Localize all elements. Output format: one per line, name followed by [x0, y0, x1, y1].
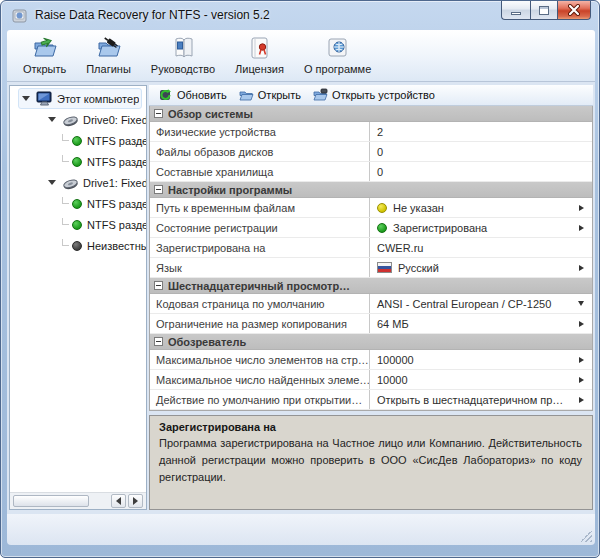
expand-arrow-icon[interactable]: [579, 397, 584, 403]
refresh-button[interactable]: Обновить: [153, 87, 234, 103]
horizontal-scrollbar[interactable]: [10, 492, 146, 509]
property-value[interactable]: 64 МБ: [370, 314, 592, 333]
collapse-icon[interactable]: [154, 109, 163, 118]
expand-arrow-icon[interactable]: [579, 225, 584, 231]
property-name: Кодовая страница по умолчанию: [150, 294, 370, 313]
green-status-dot: [377, 223, 387, 233]
green-status-dot: [72, 220, 82, 230]
close-button[interactable]: [558, 1, 591, 20]
section-header-system-overview[interactable]: Обзор системы: [150, 106, 592, 122]
property-row[interactable]: Ограничение на размер копирования 64 МБ: [150, 314, 592, 334]
property-row[interactable]: Путь к временным файлам Не указан: [150, 198, 592, 218]
device-tree: Этот компьютер Drive0: Fixed AT: [10, 88, 146, 256]
section-header-program-settings[interactable]: Настройки программы: [150, 182, 592, 198]
property-row[interactable]: Максимальное число элементов на стр… 100…: [150, 350, 592, 370]
tree-item-ntfs-partition[interactable]: NTFS раздел: [10, 214, 146, 235]
tree-item-label: Drive0: Fixed AT: [83, 114, 146, 126]
section-header-explorer[interactable]: Обозреватель: [150, 334, 592, 350]
expand-arrow-icon[interactable]: [579, 357, 584, 363]
property-row[interactable]: Действие по умолчанию при открытии… Откр…: [150, 390, 592, 410]
section-title: Обозреватель: [168, 336, 246, 348]
disk-icon: [62, 112, 79, 128]
property-row[interactable]: Физические устройства 2: [150, 122, 592, 142]
open-device-button[interactable]: Открыть устройство: [308, 87, 442, 103]
property-value[interactable]: 0: [370, 142, 592, 161]
open-button[interactable]: Открыть: [13, 32, 76, 80]
expand-arrow-icon[interactable]: [579, 205, 584, 211]
expander-icon[interactable]: [48, 180, 56, 185]
property-value[interactable]: Не указан: [370, 198, 592, 217]
property-row[interactable]: Язык Русский: [150, 258, 592, 278]
open-folder-icon: [239, 88, 254, 102]
tree-item-label: NTFS раздел: [87, 135, 146, 147]
property-value[interactable]: Русский: [370, 258, 592, 277]
property-name: Язык: [150, 258, 370, 277]
property-row[interactable]: Кодовая страница по умолчанию ANSI - Cen…: [150, 294, 592, 314]
property-name: Составные хранилища: [150, 162, 370, 181]
scroll-left-button[interactable]: [111, 494, 126, 508]
section-header-hex-viewer[interactable]: Шестнадцатеричный просмотр…: [150, 278, 592, 294]
manual-button[interactable]: Руководство: [141, 32, 225, 80]
status-bar: [7, 514, 595, 545]
computer-icon: [36, 91, 53, 107]
plugins-button[interactable]: Плагины: [76, 32, 141, 80]
toolbar-label: Руководство: [151, 63, 215, 75]
property-row[interactable]: Состояние регистрации Зарегистрирована: [150, 218, 592, 238]
license-button[interactable]: Лицензия: [225, 32, 294, 80]
scrollbar-thumb[interactable]: [13, 495, 89, 507]
about-book-icon: [325, 35, 351, 61]
branch-line: [62, 197, 69, 204]
branch-line: [62, 218, 69, 225]
property-value[interactable]: Открыть в шестнадцатеричном пр…: [370, 390, 592, 409]
property-name: Состояние регистрации: [150, 218, 370, 237]
property-row[interactable]: Файлы образов дисков 0: [150, 142, 592, 162]
maximize-button[interactable]: [530, 1, 558, 20]
subtoolbar-label: Открыть: [258, 89, 301, 101]
gray-status-dot: [72, 241, 82, 251]
property-value[interactable]: 10000: [370, 370, 592, 389]
scroll-left-icon: [116, 497, 121, 505]
property-name: Физические устройства: [150, 122, 370, 141]
branch-line: [62, 155, 69, 162]
expander-icon[interactable]: [48, 117, 56, 122]
toolbar-label: Лицензия: [235, 63, 284, 75]
close-icon: [568, 4, 580, 16]
tree-item-ntfs-partition[interactable]: NTFS раздел: [10, 193, 146, 214]
property-value[interactable]: Зарегистрирована: [370, 218, 592, 237]
about-button[interactable]: О программе: [294, 32, 381, 80]
property-row[interactable]: Составные хранилища 0: [150, 162, 592, 182]
expand-arrow-icon[interactable]: [579, 377, 584, 383]
main-toolbar: Открыть Плагины Руководство: [7, 30, 595, 82]
property-value[interactable]: 2: [370, 122, 592, 141]
scroll-right-button[interactable]: [128, 494, 143, 508]
expander-icon[interactable]: [22, 96, 30, 101]
expand-arrow-icon[interactable]: [579, 321, 584, 327]
tree-item-drive1[interactable]: Drive1: Fixed AT: [10, 172, 146, 193]
device-tree-panel: Этот компьютер Drive0: Fixed AT: [9, 85, 147, 510]
client-area: Этот компьютер Drive0: Fixed AT: [7, 82, 595, 514]
property-row[interactable]: Максимальное число найденных элеме… 1000…: [150, 370, 592, 390]
property-value[interactable]: 0: [370, 162, 592, 181]
expand-arrow-icon[interactable]: [579, 265, 584, 271]
open-button-small[interactable]: Открыть: [234, 87, 308, 103]
tree-item-this-computer[interactable]: Этот компьютер: [10, 88, 146, 109]
property-value[interactable]: ANSI - Central European / CP-1250: [370, 294, 592, 313]
property-value[interactable]: CWER.ru: [370, 238, 592, 257]
green-status-dot: [72, 136, 82, 146]
caption-buttons: [501, 1, 591, 20]
tree-item-unknown-partition[interactable]: Неизвестный: [10, 235, 146, 256]
collapse-icon[interactable]: [154, 281, 163, 290]
dropdown-arrow-icon[interactable]: [578, 301, 584, 306]
property-value[interactable]: 100000: [370, 350, 592, 369]
section-title: Шестнадцатеричный просмотр…: [168, 280, 350, 292]
collapse-icon[interactable]: [154, 337, 163, 346]
collapse-icon[interactable]: [154, 185, 163, 194]
tree-item-label: Drive1: Fixed AT: [83, 177, 146, 189]
property-row[interactable]: Зарегистрирована на CWER.ru: [150, 238, 592, 258]
tree-item-ntfs-partition[interactable]: NTFS раздел: [10, 130, 146, 151]
tree-item-ntfs-partition[interactable]: NTFS раздел: [10, 151, 146, 172]
minimize-button[interactable]: [501, 1, 530, 20]
toolbar-label: Плагины: [86, 63, 131, 75]
resize-grip-icon[interactable]: [580, 530, 592, 542]
tree-item-drive0[interactable]: Drive0: Fixed AT: [10, 109, 146, 130]
